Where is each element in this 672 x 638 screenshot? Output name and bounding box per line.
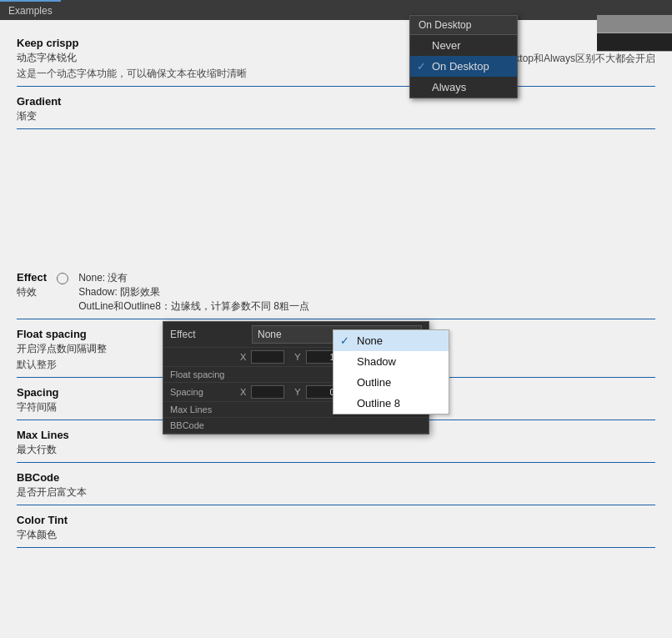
effect-dropdown-wrapper[interactable]: None ▾ ✓ None Shadow Outline bbox=[252, 325, 422, 344]
dropdown-item-ondesktop-label: On Desktop bbox=[432, 60, 489, 73]
max-lines-ef-label: Max Lines bbox=[170, 404, 237, 414]
max-lines-title-cn: 最大行数 bbox=[17, 443, 655, 457]
effect-menu-item-none[interactable]: ✓ None bbox=[333, 330, 449, 351]
dropdown-item-always-label: Always bbox=[432, 81, 466, 93]
effect-dropdown-row: Effect None ▾ ✓ None Shadow bbox=[163, 322, 429, 348]
effect-value: None bbox=[258, 329, 282, 340]
effect-panel-container: Effect None ▾ ✓ None Shadow bbox=[17, 129, 655, 263]
effect-menu-shadow-label: Shadow bbox=[357, 355, 396, 368]
bbcode-ef-label: BBCode bbox=[170, 420, 237, 430]
color-tint-title-cn: 字体颜色 bbox=[17, 528, 655, 542]
bbcode-ef-row: BBCode bbox=[163, 418, 429, 434]
dropdown-title: On Desktop bbox=[410, 16, 517, 35]
spacing-x-label: X bbox=[240, 387, 246, 397]
x-coord-label: X bbox=[240, 352, 246, 362]
main-content: Keep crispp 动态字体锐化 这是一个动态字体功能，可以确保文本在收缩时… bbox=[0, 20, 672, 556]
section-gradient: Gradient 渐变 bbox=[17, 87, 655, 129]
effect-menu-item-outline[interactable]: Outline bbox=[333, 372, 449, 393]
x-value-input[interactable] bbox=[251, 350, 284, 364]
effect-title-cn: 特效 bbox=[17, 285, 47, 299]
spacing-y-label: Y bbox=[294, 387, 300, 397]
dropdown-item-ondesktop[interactable]: ✓ On Desktop bbox=[410, 56, 517, 77]
check-icon-none: ✓ bbox=[340, 334, 349, 347]
check-icon: ✓ bbox=[417, 60, 426, 73]
y-coord-label: Y bbox=[294, 352, 300, 362]
effect-desc-outline: OutLine和Outline8：边缘线，计算参数不同 8粗一点 bbox=[78, 299, 309, 314]
dropdown-item-never-label: Never bbox=[432, 39, 461, 52]
effect-desc-none: None: 没有 bbox=[78, 271, 309, 285]
on-desktop-popup: On Desktop Never ✓ On Desktop Always bbox=[409, 15, 518, 98]
section-bbcode: BBCode 是否开启富文本 bbox=[17, 463, 655, 505]
dropdown-item-never[interactable]: Never bbox=[410, 35, 517, 56]
header-bar: Examples On Desktop Never ✓ On Desktop A… bbox=[0, 0, 672, 20]
section-keep-crispp: Keep crispp 动态字体锐化 这是一个动态字体功能，可以确保文本在收缩时… bbox=[17, 28, 655, 87]
examples-tab[interactable]: Examples bbox=[0, 0, 61, 20]
color-tint-title-en: Color Tint bbox=[17, 514, 655, 526]
effect-menu-outline8-label: Outline 8 bbox=[357, 397, 400, 409]
effect-menu: ✓ None Shadow Outline Outline 8 bbox=[333, 329, 449, 414]
spacing-x-input[interactable] bbox=[251, 385, 284, 399]
effect-menu-item-shadow[interactable]: Shadow bbox=[333, 351, 449, 372]
effect-menu-item-outline8[interactable]: Outline 8 bbox=[333, 393, 449, 414]
float-spacing-label: Float spacing bbox=[170, 369, 237, 379]
section-effect: Effect 特效 None: 没有 Shadow: 阴影效果 OutLine和… bbox=[17, 263, 655, 319]
effect-menu-none-label: None bbox=[357, 334, 383, 347]
effect-radio[interactable] bbox=[57, 273, 68, 284]
effect-desc-shadow: Shadow: 阴影效果 bbox=[78, 285, 309, 299]
keep-crispp-title-en: Keep crispp bbox=[17, 37, 247, 49]
spacing-ef-label: Spacing bbox=[170, 387, 237, 397]
dropdown-item-always[interactable]: Always bbox=[410, 77, 517, 98]
keep-crispp-desc: 这是一个动态字体功能，可以确保文本在收缩时清晰 bbox=[17, 67, 247, 81]
effect-title-en: Effect bbox=[17, 271, 47, 284]
bbcode-title-en: BBCode bbox=[17, 471, 655, 484]
effect-menu-outline-label: Outline bbox=[357, 376, 391, 389]
effect-panel: Effect None ▾ ✓ None Shadow bbox=[163, 321, 429, 435]
keep-crispp-title-cn: 动态字体锐化 bbox=[17, 51, 247, 65]
section-color-tint: Color Tint 字体颜色 bbox=[17, 505, 655, 548]
examples-tab-label: Examples bbox=[8, 5, 53, 17]
gradient-title-en: Gradient bbox=[17, 95, 655, 108]
effect-label: Effect bbox=[170, 329, 245, 340]
bbcode-title-cn: 是否开启富文本 bbox=[17, 485, 655, 500]
gradient-title-cn: 渐变 bbox=[17, 109, 655, 123]
